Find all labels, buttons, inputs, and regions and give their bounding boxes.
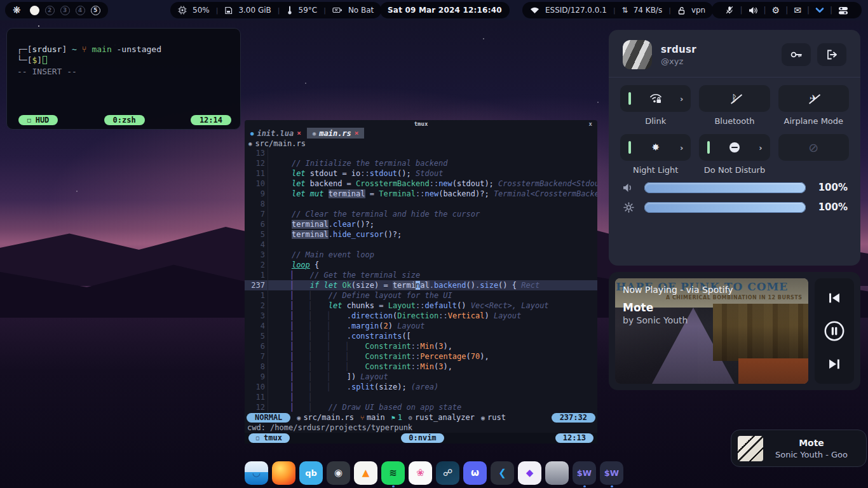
dock-photos[interactable]: ❀ — [409, 461, 432, 485]
workspace-5[interactable]: 5 — [91, 6, 100, 15]
chevron-right-icon[interactable]: › — [759, 143, 762, 152]
code-line[interactable]: 8 ▏ ▏ ▏ ▏ Constraint::Min(3), — [245, 362, 597, 372]
code-line[interactable]: 9 ▏ ▏ ▏ ]) Layout — [245, 372, 597, 382]
dock-vlc[interactable]: ▲ — [354, 461, 377, 485]
dock-firefox[interactable] — [272, 461, 295, 485]
hud-badge[interactable]: □ HUD — [18, 115, 58, 125]
toggle-label: Night Light — [620, 165, 691, 175]
brightness-slider[interactable] — [644, 202, 806, 213]
dock-obsidian[interactable]: ◆ — [518, 461, 541, 485]
divider — [609, 77, 860, 78]
code-line[interactable]: 12 ▏ ▏ // Draw UI based on app state — [245, 402, 597, 412]
tab-close-icon[interactable]: × — [355, 129, 359, 137]
distro-logo-icon[interactable]: ❋ — [13, 4, 21, 16]
mail-icon[interactable]: ✉ — [788, 5, 807, 15]
zsh-session-badge[interactable]: 0:zsh — [104, 115, 145, 125]
battery-value: No Bat — [348, 6, 374, 15]
wifi-toggle-button[interactable]: › — [620, 85, 691, 112]
editor-window[interactable]: tmux x ● init.lua × ◉ main.rs × ◉ src/ma… — [245, 120, 597, 443]
blocked-toggle-button[interactable]: ⊘ — [778, 134, 849, 161]
code-line[interactable]: 3 ▏ ▏ ▏ .direction(Direction::Vertical) … — [245, 311, 597, 321]
code-line[interactable]: 3 // Main event loop — [245, 250, 597, 260]
code-line[interactable]: 237 ▏ if let Ok(size) = terminal.backend… — [245, 280, 597, 290]
code-line[interactable]: 5 ▏ ▏ ▏ .constraints([ — [245, 331, 597, 341]
tab-init-lua[interactable]: ● init.lua × — [245, 128, 307, 139]
dock-sw-app-2[interactable]: $W — [600, 461, 623, 485]
microphone-muted-icon[interactable] — [719, 6, 740, 15]
pause-button[interactable] — [824, 320, 845, 342]
code-buffer[interactable]: 1312 // Initialize the terminal backend1… — [245, 148, 597, 412]
code-line[interactable]: 10 ▏ ▏ ▏ .split(size); (area) — [245, 382, 597, 392]
do-not-disturb-toggle-button[interactable]: › — [699, 134, 770, 161]
code-line[interactable]: 7 ▏ ▏ ▏ ▏ Constraint::Percentage(70), — [245, 351, 597, 362]
code-line[interactable]: 4 ▏ ▏ ▏ .margin(2) Layout — [245, 321, 597, 331]
network-arrows-icon: ⇅ — [622, 6, 628, 15]
chevron-right-icon[interactable]: › — [680, 143, 683, 152]
code-line[interactable]: 11 ▏ ▏ — [245, 392, 597, 402]
code-line[interactable]: 1 ▏ // Get the terminal size — [245, 270, 597, 280]
code-line[interactable]: 8 — [245, 199, 597, 209]
workspace-3[interactable]: 3 — [60, 6, 70, 15]
terminal-window[interactable]: ┌─[srdusr] ~ ⑂ main -unstaged └─[$] -- I… — [6, 28, 241, 130]
chevron-right-icon[interactable]: › — [680, 94, 683, 104]
tab-close-icon[interactable]: × — [297, 129, 301, 137]
airplane-mode-toggle-button[interactable]: ✈ — [778, 85, 849, 112]
tmux-session-badge[interactable]: 0:nvim — [401, 433, 444, 443]
logout-button[interactable] — [817, 43, 846, 66]
workspace-2[interactable]: 2 — [45, 6, 55, 15]
dock-vscode[interactable]: ❮ — [491, 461, 514, 485]
speaker-icon[interactable] — [621, 183, 635, 193]
tmux-window-badge[interactable]: □ tmux — [248, 433, 290, 443]
code-line[interactable]: 10 let backend = CrosstermBackend::new(s… — [245, 179, 597, 189]
lock-keys-button[interactable] — [782, 43, 811, 66]
code-line[interactable]: 5 terminal.hide_cursor()?; — [245, 229, 597, 240]
nvim-cmdline[interactable]: cwd: /home/srdusr/projects/typerpunk — [245, 423, 597, 433]
brightness-slider-row: 100% — [621, 201, 848, 213]
terminal-cursor — [43, 56, 47, 64]
separator: | — [322, 6, 327, 15]
chevron-down-icon[interactable] — [810, 7, 830, 13]
brightness-gear-icon[interactable] — [621, 202, 635, 213]
code-line[interactable]: 9 let mut terminal = Terminal::new(backe… — [245, 189, 597, 199]
dock-qbittorrent[interactable]: qb — [299, 461, 323, 485]
code-line[interactable]: 1 ▏ ▏ // Define layout for the UI — [245, 290, 597, 301]
album-art[interactable]: SHAPE OF PUNK TO COME A CHIMERICAL BOMBI… — [615, 278, 808, 384]
dock-sw-app-1[interactable]: $W — [573, 461, 596, 485]
volume-icon[interactable] — [743, 6, 764, 15]
volume-slider[interactable] — [644, 182, 806, 193]
code-line[interactable]: 6 ▏ ▏ ▏ ▏ Constraint::Min(3), — [245, 341, 597, 351]
bluetooth-toggle-button[interactable]: ᛒ — [699, 85, 770, 112]
dock-file-manager[interactable]: ◡ — [245, 461, 268, 485]
statusline-diagnostics[interactable]: ⚑1 — [391, 413, 402, 422]
datetime-display[interactable]: Sat 09 Mar 2024 12:16:40 — [380, 2, 510, 18]
workspace-4[interactable]: 4 — [76, 6, 85, 15]
previous-track-button[interactable] — [827, 292, 841, 304]
statusline-file[interactable]: ◉src/main.rs — [297, 413, 354, 422]
dock-spotify[interactable]: ≋ — [381, 461, 405, 485]
control-panel-icon[interactable] — [832, 6, 854, 15]
dock-trash[interactable] — [545, 461, 569, 485]
media-notification[interactable]: Mote Sonic Youth - Goo — [731, 430, 867, 467]
code-line[interactable]: 12 // Initialize the terminal backend — [245, 158, 597, 168]
code-line[interactable]: 13 — [245, 148, 597, 158]
workspace-1[interactable] — [30, 6, 39, 15]
statusline-git-branch[interactable]: ⑂main — [360, 413, 385, 422]
code-line[interactable]: 2 loop { — [245, 260, 597, 270]
volume-value: 100% — [815, 182, 848, 193]
settings-gear-icon[interactable]: ⚙ — [766, 5, 786, 15]
code-line[interactable]: 7 // Clear the terminal and hide the cur… — [245, 209, 597, 219]
network-group[interactable]: ESSID/127.0.0.1 | ⇅ 74 KB/s | vpn — [522, 2, 713, 18]
git-branch-name: main — [92, 44, 111, 54]
code-line[interactable]: 11 let stdout = io::stdout(); Stdout — [245, 168, 597, 179]
code-line[interactable]: 4 — [245, 240, 597, 250]
night-light-toggle-button[interactable]: ✸ › — [620, 134, 691, 161]
dock-discord[interactable]: ω — [463, 461, 487, 485]
dock-obs[interactable]: ◉ — [327, 461, 350, 485]
dock-steam[interactable]: ☍ — [436, 461, 459, 485]
next-track-button[interactable] — [827, 358, 841, 370]
tab-main-rs[interactable]: ◉ main.rs × — [307, 128, 365, 139]
code-line[interactable]: 2 ▏ ▏ let chunks = Layout::default() Vec… — [245, 301, 597, 311]
line-number: 7 — [245, 209, 268, 219]
code-line[interactable]: 6 terminal.clear()?; — [245, 219, 597, 229]
window-close-button[interactable]: x — [589, 121, 592, 127]
